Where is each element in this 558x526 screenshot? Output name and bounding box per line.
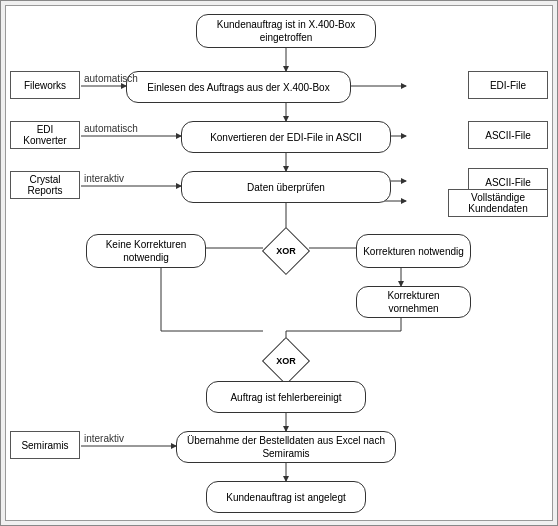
- interaktiv-arrow1: interaktiv: [84, 173, 124, 184]
- customer-data-label: Vollständige Kundendaten: [448, 189, 548, 217]
- order-cleaned-box: Auftrag ist fehlerbereinigt: [206, 381, 366, 413]
- convert-label: Konvertieren der EDI-File in ASCII: [210, 131, 362, 144]
- read-order-box: Einlesen des Auftrags aus der X.400-Box: [126, 71, 351, 103]
- xor1-label: XOR: [263, 234, 309, 268]
- order-placed-box: Kundenauftrag ist angelegt: [206, 481, 366, 513]
- transfer-box: Übernahme der Bestelldaten aus Excel nac…: [176, 431, 396, 463]
- auto-arrow2: automatisch: [84, 123, 138, 134]
- check-data-box: Daten überprüfen: [181, 171, 391, 203]
- no-correction-box: Keine Korrekturen notwendig: [86, 234, 206, 268]
- correction-needed-box: Korrekturen notwendig: [356, 234, 471, 268]
- check-data-label: Daten überprüfen: [247, 181, 325, 194]
- edi-konverter-label: EDI Konverter: [10, 121, 80, 149]
- ascii-file1-label: ASCII-File: [468, 121, 548, 149]
- do-correction-box: Korrekturen vornehmen: [356, 286, 471, 318]
- auto-arrow1: automatisch: [84, 73, 138, 84]
- correction-needed-label: Korrekturen notwendig: [363, 245, 464, 258]
- no-correction-label: Keine Korrekturen notwendig: [91, 238, 201, 264]
- xor2-label: XOR: [263, 344, 309, 378]
- edi-file-label: EDI-File: [468, 71, 548, 99]
- transfer-label: Übernahme der Bestelldaten aus Excel nac…: [181, 434, 391, 460]
- semiramis-label: Semiramis: [10, 431, 80, 459]
- read-order-label: Einlesen des Auftrags aus der X.400-Box: [147, 81, 329, 94]
- crystal-reports-label: Crystal Reports: [10, 171, 80, 199]
- do-correction-label: Korrekturen vornehmen: [361, 289, 466, 315]
- window: Kundenauftrag ist in X.400-Box eingetrof…: [0, 0, 558, 526]
- order-cleaned-label: Auftrag ist fehlerbereinigt: [230, 391, 341, 404]
- convert-box: Konvertieren der EDI-File in ASCII: [181, 121, 391, 153]
- start-label: Kundenauftrag ist in X.400-Box eingetrof…: [201, 18, 371, 44]
- order-placed-label: Kundenauftrag ist angelegt: [226, 491, 346, 504]
- start-box: Kundenauftrag ist in X.400-Box eingetrof…: [196, 14, 376, 48]
- diagram-area: Kundenauftrag ist in X.400-Box eingetrof…: [5, 5, 553, 521]
- fileworks-label: Fileworks: [10, 71, 80, 99]
- interaktiv-arrow2: interaktiv: [84, 433, 124, 444]
